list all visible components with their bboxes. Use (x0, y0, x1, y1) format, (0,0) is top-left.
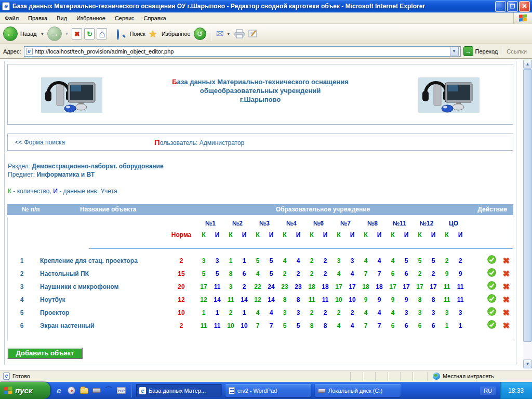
back-button[interactable]: ← Назад ▼ (3, 26, 45, 41)
norm-value: 12 (166, 296, 197, 303)
i-value: 4 (345, 322, 359, 329)
delete-icon[interactable]: ✖ (503, 309, 510, 317)
k-value: 3 (278, 309, 291, 316)
restore-button[interactable]: ❐ (507, 1, 518, 12)
k-value: 18 (305, 283, 318, 290)
quicklaunch-cd-icon[interactable] (68, 387, 75, 394)
table-body: №1№2№3№4№6№7№8№11№12ЦО Норма КИКИКИКИКИК… (7, 217, 513, 340)
links-button[interactable]: Ссылки (507, 48, 529, 55)
object-name: Экран настенный (36, 322, 166, 329)
search-form-link[interactable]: << Форма поиска (15, 139, 65, 146)
delete-icon[interactable]: ✖ (503, 322, 510, 330)
menu-item-сервис[interactable]: Сервис (110, 12, 139, 24)
confirm-icon[interactable] (487, 294, 496, 305)
i-value: 9 (454, 270, 467, 277)
menu-item-вид[interactable]: Вид (52, 12, 72, 24)
scroll-down-icon[interactable]: ▼ (523, 360, 532, 368)
vertical-scrollbar[interactable]: ▲ ▼ (523, 59, 532, 370)
menu-item-правка[interactable]: Правка (23, 12, 52, 24)
stop-button[interactable]: ✖ (72, 28, 82, 39)
compose-icon (247, 29, 259, 39)
taskbar: пуск e ⌒ PHP eБаза данных Матер...crv2 -… (0, 382, 532, 399)
k-value: 4 (359, 309, 373, 316)
address-input[interactable]: e http://localhost/tech_provision/admin_… (24, 46, 461, 57)
quicklaunch-php-icon[interactable]: PHP (117, 387, 126, 394)
confirm-icon[interactable] (487, 281, 496, 292)
table-header-bar: № п/п Название объекта Образовательное у… (7, 204, 513, 215)
status-cell (388, 372, 400, 381)
delete-icon[interactable]: ✖ (503, 257, 510, 265)
i-header: И (318, 231, 332, 238)
refresh-button[interactable]: ↻ (84, 28, 95, 39)
search-icon (117, 30, 125, 38)
go-arrow-icon: → (463, 46, 473, 56)
delete-icon[interactable]: ✖ (503, 283, 510, 291)
start-button[interactable]: пуск (0, 382, 50, 399)
quicklaunch-ie-icon[interactable]: e (55, 386, 63, 395)
title-line1: аза данных Материально-технического осна… (177, 78, 349, 86)
back-dropdown-icon[interactable]: ▼ (41, 32, 45, 36)
k-value: 6 (413, 322, 427, 329)
scroll-up-icon[interactable]: ▲ (523, 60, 532, 69)
delete-icon[interactable]: ✖ (503, 270, 510, 278)
close-button[interactable]: ✕ (519, 1, 530, 12)
nav-box: << Форма поиска Пользователь: Администра… (7, 134, 513, 151)
language-indicator[interactable]: RU (480, 387, 496, 395)
school-header: №3 (251, 220, 278, 227)
confirm-icon[interactable] (487, 255, 496, 266)
school-header: №2 (224, 220, 251, 227)
k-header: К (359, 231, 373, 238)
minimize-button[interactable]: _ (495, 1, 506, 12)
quicklaunch-disk-icon[interactable] (92, 388, 101, 393)
mail-dropdown-icon[interactable]: ▼ (227, 32, 231, 36)
i-value: 24 (264, 283, 278, 290)
print-button[interactable] (234, 29, 245, 39)
row-values: 12141114121488111110109999881111 (197, 296, 467, 303)
delete-icon[interactable]: ✖ (503, 296, 510, 304)
ki-header-row: Норма КИКИКИКИКИКИКИКИКИКИ (8, 230, 513, 240)
k-value: 17 (332, 283, 345, 290)
go-button[interactable]: → Переход (463, 46, 498, 56)
i-value: 6 (427, 322, 440, 329)
confirm-icon[interactable] (487, 320, 496, 331)
task-button-disk[interactable]: Локальный диск (C:) (315, 384, 401, 397)
disk-task-icon (318, 389, 326, 393)
quicklaunch-folder-icon[interactable] (80, 388, 88, 394)
scrollbar-thumb[interactable] (523, 69, 532, 342)
row-actions: ✖ (467, 255, 513, 266)
history-button[interactable]: ↺ (194, 28, 206, 40)
i-value: 11 (318, 296, 332, 303)
taskbar-clock: 18:33 (500, 382, 532, 399)
task-button-wordpad[interactable]: crv2 - WordPad (225, 384, 311, 397)
quicklaunch-swoosh-icon[interactable]: ⌒ (104, 386, 113, 395)
intranet-zone-icon (433, 373, 440, 380)
edit-button[interactable] (247, 29, 259, 39)
k-value: 7 (359, 322, 373, 329)
legend: К - количество, И - данные инв. Учета (8, 188, 117, 195)
k-value: 2 (305, 270, 318, 277)
k-header: К (440, 231, 454, 238)
i-value: 14 (237, 296, 251, 303)
forward-button[interactable]: → ▼ (47, 26, 70, 41)
k-value: 3 (197, 257, 210, 264)
search-button[interactable]: Поиск (117, 30, 146, 38)
menu-item-справка[interactable]: Справка (139, 12, 171, 24)
address-dropdown-icon[interactable]: ▼ (450, 47, 459, 56)
confirm-icon[interactable] (487, 307, 496, 318)
menu-item-избранное[interactable]: Избранное (72, 12, 110, 24)
k-value: 11 (440, 296, 454, 303)
i-value: 10 (345, 296, 359, 303)
windows-logo-tile (513, 12, 532, 24)
favorites-button[interactable]: ★ Избранное (149, 28, 192, 40)
task-button-ie[interactable]: eБаза данных Матер... (136, 384, 222, 397)
menu-item-файл[interactable]: Файл (0, 12, 23, 24)
i-value: 2 (318, 257, 332, 264)
i-value: 7 (373, 322, 386, 329)
mail-button[interactable]: ✉ ▼ (216, 28, 232, 39)
i-value: 3 (291, 309, 305, 316)
confirm-icon[interactable] (487, 268, 496, 279)
add-object-button[interactable]: Добавить объект (7, 348, 83, 359)
mail-icon: ✉ (216, 28, 224, 39)
address-label: Адрес: (3, 48, 21, 55)
home-button[interactable]: ⌂ (97, 28, 107, 39)
